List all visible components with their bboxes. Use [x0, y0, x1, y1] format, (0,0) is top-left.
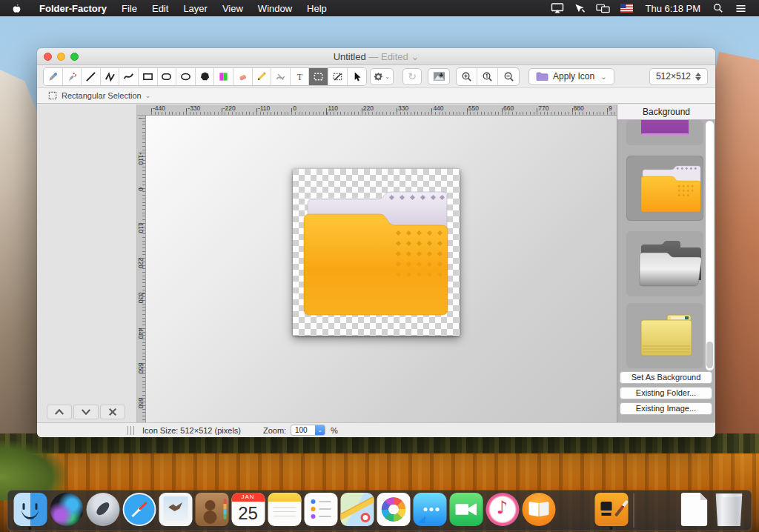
- redo-button[interactable]: ↻: [402, 68, 422, 85]
- gear-menu-button[interactable]: ⌄: [370, 68, 394, 85]
- dock-itunes-icon[interactable]: [485, 492, 520, 529]
- notification-center-icon[interactable]: [732, 4, 750, 13]
- dock-books-icon[interactable]: [522, 492, 556, 529]
- dock-mail-icon[interactable]: [159, 492, 193, 529]
- zigzag-tool[interactable]: [101, 68, 120, 85]
- icon-size-stepper[interactable]: 512×512: [649, 68, 708, 85]
- background-thumbnail-list: [617, 120, 705, 371]
- set-as-background-button[interactable]: Set As Background: [620, 371, 712, 384]
- retouch-tool[interactable]: [271, 68, 291, 85]
- pane-resize-grip[interactable]: [127, 426, 134, 435]
- dock-photos-icon[interactable]: [377, 492, 411, 529]
- background-thumbnail-yellow-folder[interactable]: [626, 303, 703, 368]
- h-ruler-label: 330: [398, 104, 408, 112]
- scrollbar-thumb[interactable]: [706, 342, 713, 368]
- dock-finder-icon[interactable]: [13, 492, 47, 529]
- apply-icon-dropdown[interactable]: Apply Icon ⌄: [528, 68, 614, 85]
- zoom-level-combobox[interactable]: 100 ⌄: [291, 425, 325, 436]
- previous-arrow-button[interactable]: [47, 405, 72, 419]
- dock-trash-icon[interactable]: [712, 492, 746, 529]
- us-flag-icon[interactable]: [617, 4, 637, 13]
- rounded-rectangle-tool[interactable]: [158, 68, 177, 85]
- background-thumbnail-orange-folder[interactable]: [626, 156, 703, 221]
- dock-lightning-app-icon[interactable]: [640, 492, 674, 529]
- dock-contacts-icon[interactable]: [195, 492, 229, 529]
- arrow-tool[interactable]: [348, 68, 367, 85]
- pointer-device-icon[interactable]: [571, 3, 589, 13]
- h-ruler-label: 880: [574, 104, 584, 112]
- contacts-app-icon: [195, 493, 228, 526]
- menu-layer[interactable]: Layer: [176, 3, 215, 14]
- dock-folder-factory-icon[interactable]: [594, 492, 629, 529]
- background-panel-header: Background: [617, 104, 715, 120]
- dock-facetime-icon[interactable]: [449, 492, 483, 529]
- dock-safari-icon[interactable]: [122, 492, 156, 529]
- main-toolbar: T ⌄ ↻ Apply Icon ⌄ 512×512: [37, 65, 715, 87]
- dock-siri-icon[interactable]: [50, 492, 84, 529]
- pencil-tool[interactable]: [253, 68, 272, 85]
- menu-window[interactable]: Window: [251, 3, 299, 14]
- canvas-area[interactable]: [146, 116, 617, 422]
- zoom-percent-sign: %: [331, 426, 338, 435]
- selection-mode-label[interactable]: Rectangular Selection: [62, 91, 142, 100]
- curve-tool[interactable]: [119, 68, 139, 85]
- color-swatch-tool[interactable]: [214, 68, 233, 85]
- dock-textedit-icon[interactable]: [676, 492, 710, 529]
- airbrush-tool[interactable]: [63, 68, 82, 85]
- dock-maps-icon[interactable]: [340, 492, 374, 529]
- svg-text:T: T: [296, 71, 302, 82]
- polygon-tool[interactable]: [196, 68, 215, 85]
- background-thumbnail-graphite-folder[interactable]: [626, 231, 703, 296]
- zoom-in-button[interactable]: [457, 68, 477, 85]
- background-thumbnail-purple-folder[interactable]: [626, 120, 703, 145]
- menu-file[interactable]: File: [114, 3, 145, 14]
- h-ruler-label: 220: [363, 104, 374, 112]
- window-titlebar[interactable]: Untitled — Edited ⌄: [37, 48, 715, 65]
- status-bar: Icon Size: 512×512 (pixels) Zoom: 100 ⌄ …: [37, 422, 715, 437]
- menu-app-name[interactable]: Folder-Factory: [32, 3, 114, 14]
- dock-system-preferences-icon[interactable]: [558, 492, 592, 529]
- dock-notes-icon[interactable]: [268, 492, 302, 529]
- magic-selection-tool[interactable]: [328, 68, 348, 85]
- rectangle-tool[interactable]: [139, 68, 158, 85]
- zoom-actual-size-button[interactable]: [477, 68, 498, 85]
- stepper-arrows-icon[interactable]: [695, 73, 701, 81]
- system-preferences-app-icon: [558, 493, 591, 526]
- menu-view[interactable]: View: [215, 3, 251, 14]
- eraser-tool[interactable]: [233, 68, 253, 85]
- airplay-display-icon[interactable]: [547, 3, 568, 13]
- eyedropper-tool[interactable]: [44, 68, 63, 85]
- panel-scrollbar[interactable]: [706, 121, 714, 370]
- delete-x-button[interactable]: [100, 405, 125, 419]
- ellipse-tool[interactable]: [176, 68, 196, 85]
- window-content: -440-330-220-110011022033044055066077088…: [37, 104, 715, 422]
- line-tool[interactable]: [82, 68, 101, 85]
- zoom-out-button[interactable]: [498, 68, 519, 85]
- icon-artboard[interactable]: [293, 169, 460, 336]
- text-tool[interactable]: T: [291, 68, 310, 85]
- mail-app-icon: [159, 493, 192, 526]
- h-ruler-label: -220: [223, 104, 236, 112]
- rectangular-selection-tool[interactable]: [309, 68, 328, 85]
- dual-display-icon[interactable]: [592, 3, 614, 13]
- menu-help[interactable]: Help: [299, 3, 334, 14]
- dock-calendar-icon[interactable]: JAN25: [231, 492, 265, 529]
- dock-launchpad-icon[interactable]: [86, 492, 120, 529]
- apple-menu-icon[interactable]: [0, 3, 32, 14]
- trash-app-icon: [712, 493, 746, 526]
- zoom-dropdown-icon[interactable]: ⌄: [315, 425, 325, 435]
- dock-messages-icon[interactable]: [413, 492, 447, 529]
- next-arrow-button[interactable]: [73, 405, 99, 419]
- export-image-button[interactable]: [428, 68, 450, 85]
- edited-status[interactable]: — Edited: [368, 51, 408, 62]
- existing-image-button[interactable]: Existing Image...: [620, 402, 712, 415]
- menu-clock[interactable]: Thu 6:18 PM: [641, 3, 705, 14]
- menu-edit[interactable]: Edit: [145, 3, 176, 14]
- spotlight-icon[interactable]: [709, 3, 727, 13]
- existing-folder-button[interactable]: Existing Folder...: [620, 387, 712, 399]
- dock-reminders-icon[interactable]: [304, 492, 338, 529]
- v-ruler-label: 440: [137, 328, 145, 339]
- h-ruler-label: -440: [153, 104, 165, 112]
- launchpad-app-icon: [86, 493, 119, 526]
- zoom-level-value[interactable]: 100: [291, 425, 315, 435]
